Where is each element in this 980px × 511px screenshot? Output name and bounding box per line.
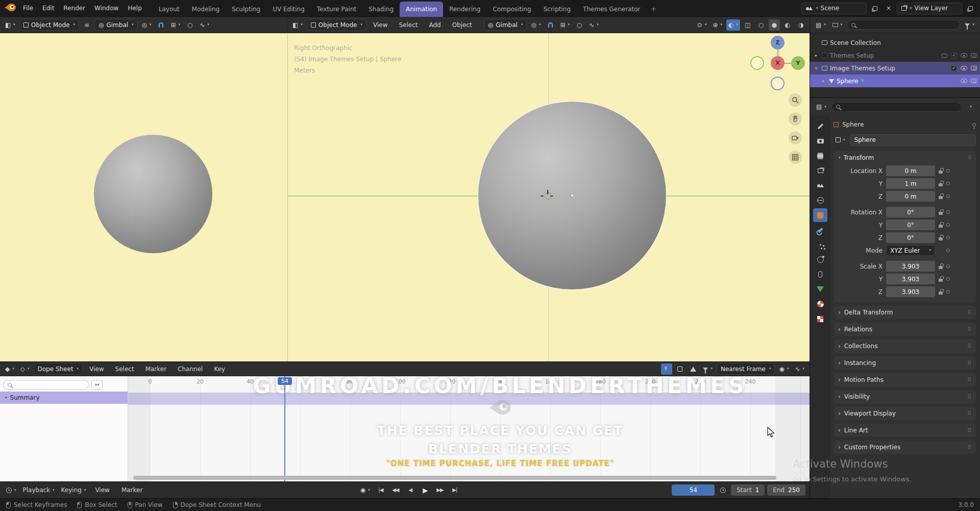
tab-scene[interactable]: [813, 179, 827, 192]
eye-icon[interactable]: [961, 79, 967, 83]
panel-instancing[interactable]: ›Instancing⠿: [834, 356, 976, 370]
animate-dot-icon[interactable]: [946, 264, 950, 268]
menu-key[interactable]: Key: [209, 361, 230, 377]
scene-selector[interactable]: ▾ Scene: [801, 3, 867, 14]
dope-sheet-mode-selector[interactable]: Dope Sheet▾: [34, 363, 83, 375]
lock-icon[interactable]: [939, 237, 943, 240]
gizmo-axis-z-negative[interactable]: [771, 77, 785, 90]
show-errors-toggle[interactable]: [688, 363, 699, 375]
play-reverse-button[interactable]: ◀: [404, 484, 416, 496]
menu-object[interactable]: Object: [448, 17, 477, 33]
channel-search-input[interactable]: [3, 380, 89, 390]
animate-dot-icon[interactable]: [946, 236, 950, 239]
menu-window[interactable]: Window: [90, 0, 123, 16]
mode-selector[interactable]: Object Mode▾: [19, 19, 79, 31]
tab-particles[interactable]: [813, 238, 827, 252]
camera-view-button[interactable]: [789, 131, 802, 144]
playback-menu[interactable]: Playback▾: [21, 484, 57, 496]
transform-orientation-selector[interactable]: ◎Gimbal▾: [484, 19, 527, 31]
shading-material-button[interactable]: ◐: [782, 19, 793, 31]
falloff-button[interactable]: ∿▾: [793, 363, 806, 375]
only-selected-toggle[interactable]: [661, 363, 672, 375]
camera-icon[interactable]: [971, 79, 977, 83]
menu-view[interactable]: View: [85, 361, 108, 377]
properties-options-button[interactable]: ▾: [965, 101, 976, 112]
scale-y-field[interactable]: 3.903: [886, 274, 935, 284]
expand-icon[interactable]: ▸: [820, 79, 826, 83]
workspace-tab-scripting[interactable]: Scripting: [537, 2, 577, 17]
play-button[interactable]: ▶: [419, 484, 431, 496]
proportional-edit-toggle[interactable]: ○: [574, 19, 585, 31]
tab-render[interactable]: [813, 134, 827, 148]
tab-material[interactable]: [813, 297, 827, 311]
panel-grip-icon[interactable]: ⠿: [967, 310, 971, 315]
workspace-tab-compositing[interactable]: Compositing: [486, 2, 537, 17]
tab-world[interactable]: [813, 193, 827, 207]
tab-physics[interactable]: [813, 253, 827, 266]
location-z-field[interactable]: 0 m: [886, 191, 935, 202]
menu-channel[interactable]: Channel: [173, 361, 207, 377]
zoom-button[interactable]: [789, 93, 802, 107]
collapse-icon[interactable]: ▾: [813, 66, 819, 70]
scale-x-field[interactable]: 3.903: [886, 261, 935, 272]
previous-keyframe-button[interactable]: ◀◀: [389, 484, 402, 496]
outliner-row-sphere[interactable]: ▸ Sphere: [810, 75, 980, 87]
lock-icon[interactable]: [939, 291, 943, 295]
menu-select[interactable]: Select: [394, 17, 422, 33]
collapse-icon[interactable]: ▾: [5, 396, 7, 400]
viewport-split-divider[interactable]: [287, 33, 288, 361]
expand-channels-button[interactable]: ↔: [91, 380, 103, 390]
channel-summary-row[interactable]: ▾ Summary: [0, 392, 128, 404]
toggle-orthographic-button[interactable]: [789, 151, 802, 164]
unlink-scene-button[interactable]: ×: [883, 3, 894, 14]
panel-motion-paths[interactable]: ›Motion Paths⠿: [834, 373, 976, 386]
workspace-tab-rendering[interactable]: Rendering: [443, 2, 486, 17]
animate-dot-icon[interactable]: [946, 223, 950, 227]
lock-icon[interactable]: [939, 183, 943, 186]
panel-visibility[interactable]: ›Visibility⠿: [834, 390, 976, 403]
gizmo-axis-z[interactable]: Z: [771, 36, 785, 50]
new-view-layer-button[interactable]: [965, 3, 976, 14]
shading-solid-button[interactable]: ●: [769, 19, 780, 31]
object-visibility-button[interactable]: ⊙▾: [695, 19, 709, 31]
rotation-mode-dropdown[interactable]: XYZ Euler▾: [886, 245, 935, 256]
gizmo-axis-y[interactable]: Y: [791, 56, 805, 70]
panel-custom-properties[interactable]: ›Custom Properties⠿: [834, 441, 976, 454]
snap-mode-selector[interactable]: Nearest Frame▾: [717, 363, 775, 375]
lock-icon[interactable]: [939, 279, 943, 282]
menu-render[interactable]: Render: [59, 0, 90, 16]
rotation-y-field[interactable]: 0°: [886, 220, 935, 230]
menu-view[interactable]: View: [369, 17, 392, 33]
outliner-row-themes-setup[interactable]: ▸ Themes Setup ✓: [810, 49, 980, 62]
panel-collections[interactable]: ›Collections⠿: [834, 339, 976, 353]
snap-settings-button[interactable]: ⊞▾: [558, 19, 572, 31]
lock-icon[interactable]: [939, 212, 943, 215]
camera-icon[interactable]: [971, 53, 977, 58]
workspace-tab-animation[interactable]: Animation: [400, 2, 443, 17]
view-menu[interactable]: View: [90, 482, 114, 498]
use-preview-range-toggle[interactable]: [717, 484, 728, 496]
transform-orientation-selector[interactable]: ◎Gimbal▾: [94, 19, 138, 31]
workspace-tab-sculpting[interactable]: Sculpting: [226, 2, 266, 17]
eye-icon[interactable]: [961, 66, 967, 70]
panel-viewport-display[interactable]: ›Viewport Display⠿: [834, 407, 976, 420]
object-name-field[interactable]: Sphere: [850, 134, 976, 146]
tab-texture[interactable]: [813, 312, 827, 326]
workspace-tab-themes-generator[interactable]: Themes Generator: [577, 2, 646, 17]
workspace-tab-modeling[interactable]: Modeling: [186, 2, 226, 17]
panel-line-art[interactable]: ›Line Art⠿: [834, 424, 976, 437]
menu-add[interactable]: Add: [424, 17, 445, 33]
animate-dot-icon[interactable]: [946, 169, 950, 173]
object-id-button[interactable]: ▾: [834, 134, 847, 145]
outliner-row-scene-collection[interactable]: Scene Collection: [810, 36, 980, 49]
rotation-z-field[interactable]: 0°: [886, 232, 935, 243]
editor-type-button[interactable]: ◧▾: [290, 19, 305, 31]
rotation-x-field[interactable]: 0°: [886, 207, 935, 217]
marker-menu[interactable]: Marker: [117, 482, 147, 498]
xray-toggle[interactable]: ◫: [742, 19, 753, 31]
playhead-line[interactable]: [284, 376, 285, 481]
scale-z-field[interactable]: 3.903: [886, 286, 935, 297]
lock-icon[interactable]: [939, 225, 943, 228]
next-keyframe-button[interactable]: ▶▶: [434, 484, 446, 496]
dope-sheet-body[interactable]: ↔ ▾ Summary 0 20 40 60 80 100 120 140 16: [0, 376, 810, 481]
